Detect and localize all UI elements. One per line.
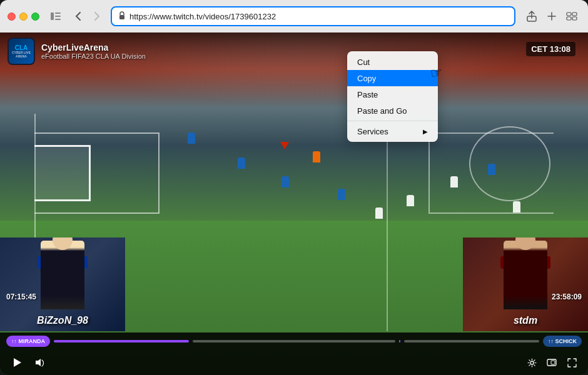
share-button[interactable] bbox=[523, 8, 540, 25]
maximize-button[interactable] bbox=[31, 12, 39, 21]
left-player-cam: CLA BiZzoN_98 07:15:45 bbox=[0, 238, 125, 331]
channel-name: CyberLiveArena bbox=[41, 42, 146, 52]
content-area: CLA CYBER LIVE ARENA CyberLiveArena eFoo… bbox=[0, 32, 588, 375]
nav-buttons bbox=[69, 8, 106, 25]
left-player-label: ↑↑ MIRANDA bbox=[6, 336, 50, 347]
play-pause-button[interactable] bbox=[9, 354, 26, 371]
svg-rect-0 bbox=[51, 12, 54, 20]
svg-rect-8 bbox=[567, 17, 571, 20]
cla-logo: CLA CYBER LIVE ARENA bbox=[9, 39, 34, 64]
svg-marker-10 bbox=[14, 358, 21, 367]
svg-rect-6 bbox=[567, 12, 571, 16]
progress-empty-right[interactable] bbox=[404, 340, 539, 342]
menu-item-services[interactable]: Services ▶ bbox=[347, 123, 438, 139]
traffic-lights bbox=[8, 12, 39, 21]
fullscreen-button[interactable] bbox=[564, 355, 579, 370]
player-cams: CLA BiZzoN_98 07:15:45 CLA bbox=[0, 238, 588, 331]
new-tab-button[interactable] bbox=[543, 8, 560, 25]
right-player-timestamp: 23:58:09 bbox=[552, 292, 582, 301]
close-button[interactable] bbox=[8, 12, 16, 21]
settings-button[interactable] bbox=[524, 355, 539, 370]
svg-rect-7 bbox=[572, 12, 577, 16]
stream-time-badge: CET 13:08 bbox=[526, 42, 575, 56]
back-button[interactable] bbox=[69, 8, 87, 25]
stream-video[interactable]: CLA CYBER LIVE ARENA CyberLiveArena eFoo… bbox=[0, 32, 588, 375]
svg-rect-1 bbox=[55, 12, 61, 14]
forward-button[interactable] bbox=[88, 8, 106, 25]
svg-point-11 bbox=[530, 361, 534, 364]
controls-row bbox=[0, 350, 588, 375]
right-player-label: ↑↑ SCHICK bbox=[543, 336, 582, 347]
progress-empty-left[interactable] bbox=[193, 340, 395, 342]
channel-info-bar: CLA CYBER LIVE ARENA CyberLiveArena eFoo… bbox=[0, 32, 588, 70]
title-bar: https://www.twitch.tv/videos/1739601232 bbox=[0, 0, 588, 32]
svg-rect-13 bbox=[551, 361, 555, 364]
context-menu: Cut Copy Paste Paste and Go Services ▶ bbox=[347, 51, 438, 142]
menu-item-paste-and-go[interactable]: Paste and Go bbox=[347, 102, 438, 119]
channel-text: CyberLiveArena eFootball FIFA23 CLA UA D… bbox=[41, 42, 146, 60]
left-player-timestamp: 07:15:45 bbox=[6, 292, 36, 301]
menu-item-paste-and-go-label: Paste and Go bbox=[357, 106, 407, 116]
svg-rect-9 bbox=[572, 17, 577, 20]
menu-item-paste[interactable]: Paste bbox=[347, 86, 438, 102]
right-player-cam: CLA stdm 23:58:09 bbox=[463, 238, 588, 331]
menu-separator bbox=[347, 121, 438, 121]
tab-overview-button[interactable] bbox=[563, 8, 580, 25]
video-controls: ↑↑ MIRANDA ↑↑ SCHICK bbox=[0, 332, 588, 375]
services-submenu-arrow-icon: ▶ bbox=[423, 128, 428, 135]
minimize-button[interactable] bbox=[19, 12, 28, 21]
sidebar-toggle-button[interactable] bbox=[47, 8, 64, 25]
browser-window: https://www.twitch.tv/videos/1739601232 bbox=[0, 0, 588, 375]
right-player-name: stdm bbox=[463, 315, 588, 326]
logo-text3: ARENA bbox=[16, 55, 27, 59]
channel-game: eFootball FIFA23 CLA UA Division bbox=[41, 52, 146, 60]
progress-marker bbox=[399, 340, 400, 342]
volume-button[interactable] bbox=[33, 355, 48, 370]
progress-filled-left[interactable] bbox=[54, 340, 189, 342]
channel-logo: CLA CYBER LIVE ARENA bbox=[8, 38, 35, 65]
menu-item-copy-label: Copy bbox=[357, 74, 376, 83]
menu-item-cut[interactable]: Cut bbox=[347, 54, 438, 70]
svg-rect-2 bbox=[55, 16, 61, 17]
svg-rect-3 bbox=[55, 19, 61, 20]
menu-item-cut-label: Cut bbox=[357, 58, 370, 67]
left-player-name: BiZzoN_98 bbox=[0, 315, 125, 326]
progress-bar-area: ↑↑ MIRANDA ↑↑ SCHICK bbox=[0, 332, 588, 350]
menu-item-copy[interactable]: Copy bbox=[347, 70, 438, 86]
menu-item-paste-label: Paste bbox=[357, 90, 378, 99]
toolbar-buttons bbox=[523, 8, 580, 25]
right-controls bbox=[524, 355, 579, 370]
theatre-mode-button[interactable] bbox=[544, 355, 559, 370]
security-lock-icon bbox=[118, 11, 126, 22]
svg-rect-4 bbox=[119, 15, 124, 19]
url-display: https://www.twitch.tv/videos/1739601232 bbox=[129, 12, 508, 21]
address-bar[interactable]: https://www.twitch.tv/videos/1739601232 bbox=[111, 6, 515, 26]
menu-item-services-label: Services bbox=[357, 127, 388, 136]
